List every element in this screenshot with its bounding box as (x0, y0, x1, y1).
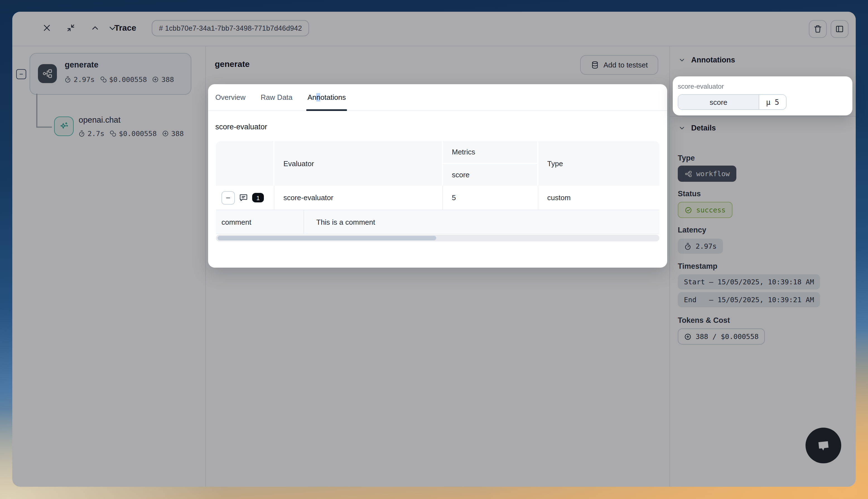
metric-pill: score μ 5 (678, 94, 786, 110)
tab-raw-data[interactable]: Raw Data (261, 84, 292, 110)
metric-name-label: score (443, 163, 537, 186)
comment-icon[interactable] (239, 193, 248, 203)
collapse-row-button[interactable] (221, 191, 235, 204)
header-cell-actions (216, 141, 275, 186)
minus-icon (225, 194, 231, 201)
comment-count-badge: 1 (252, 193, 264, 203)
header-cell-type: Type (538, 141, 658, 186)
evaluator-cell: score-evaluator (275, 186, 443, 210)
annotations-popup: Overview Raw Data Annotations score-eval… (208, 84, 667, 268)
row-actions-cell: 1 (216, 186, 275, 210)
comment-value-cell: This is a comment (304, 210, 659, 234)
metric-name: score (678, 95, 759, 109)
metrics-group-label: Metrics (443, 141, 537, 163)
annotation-evaluator-name: score-evaluator (678, 83, 724, 90)
text-selection: n (316, 93, 320, 101)
annotation-summary-card[interactable]: score-evaluator score μ 5 (673, 76, 852, 115)
horizontal-scrollbar-thumb[interactable] (218, 236, 436, 240)
annotations-table: Evaluator Metrics score Type 1 score-eva… (216, 141, 659, 241)
comment-key-cell: comment (216, 210, 304, 234)
header-cell-evaluator: Evaluator (275, 141, 443, 186)
tab-overview[interactable]: Overview (215, 84, 245, 110)
metric-mean-value: μ 5 (759, 95, 786, 109)
header-cell-metrics: Metrics score (443, 141, 538, 186)
evaluator-section-title: score-evaluator (215, 123, 267, 131)
table-row[interactable]: 1 score-evaluator 5 custom (216, 186, 659, 210)
tab-annotations[interactable]: Annotations (308, 84, 346, 110)
comment-row: comment This is a comment (216, 210, 659, 234)
table-header: Evaluator Metrics score Type (216, 141, 659, 186)
type-cell: custom (538, 186, 658, 210)
horizontal-scrollbar[interactable] (216, 235, 659, 241)
screen: Trace # 1cbb70e7-34a1-7bb7-3498-771b7d46… (0, 0, 868, 499)
tab-bar: Overview Raw Data Annotations (208, 84, 667, 111)
score-cell: 5 (443, 186, 538, 210)
